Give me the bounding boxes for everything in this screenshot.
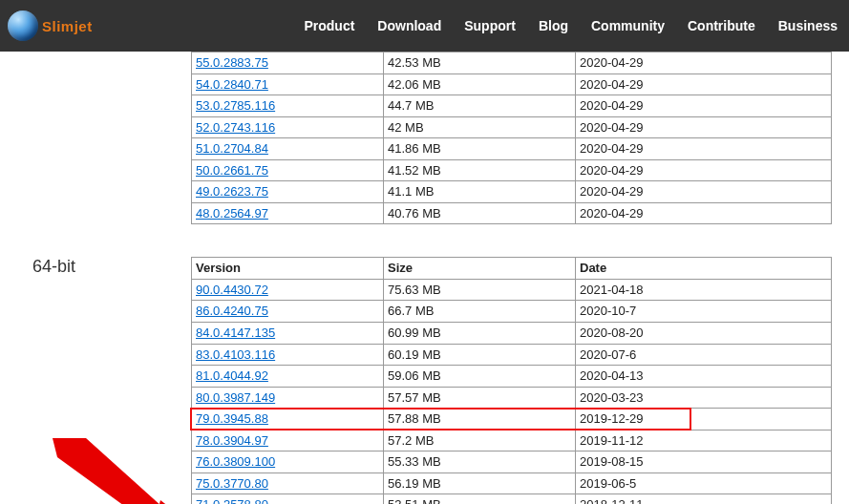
site-logo[interactable]: Slimjet bbox=[8, 10, 93, 41]
cell-size: 42.06 MB bbox=[384, 74, 576, 95]
cell-version: 78.0.3904.97 bbox=[192, 430, 384, 452]
nav-download[interactable]: Download bbox=[377, 18, 441, 33]
cell-date: 2019-08-15 bbox=[576, 452, 832, 473]
version-link[interactable]: 54.0.2840.71 bbox=[196, 77, 268, 92]
version-link[interactable]: 84.0.4147.135 bbox=[196, 326, 275, 340]
cell-version: 80.0.3987.149 bbox=[192, 387, 384, 409]
versions-table-64bit: Version Size Date 90.0.4430.7275.63 MB20… bbox=[191, 257, 832, 504]
col-header-size: Size bbox=[384, 258, 576, 280]
cell-size: 44.7 MB bbox=[384, 95, 576, 117]
col-header-date: Date bbox=[576, 258, 832, 280]
cell-size: 60.99 MB bbox=[384, 323, 576, 345]
version-link[interactable]: 83.0.4103.116 bbox=[196, 347, 275, 362]
version-link[interactable]: 55.0.2883.75 bbox=[196, 55, 268, 70]
cell-version: 49.0.2623.75 bbox=[192, 181, 384, 203]
cell-version: 50.0.2661.75 bbox=[192, 159, 384, 181]
cell-date: 2020-04-29 bbox=[576, 202, 832, 224]
version-link[interactable]: 71.0.3578.80 bbox=[196, 497, 268, 504]
nav-business[interactable]: Business bbox=[778, 18, 838, 33]
version-link[interactable]: 81.0.4044.92 bbox=[196, 368, 268, 383]
brand-name: Slimjet bbox=[42, 18, 93, 34]
cell-date: 2020-04-29 bbox=[576, 52, 832, 74]
version-link[interactable]: 78.0.3904.97 bbox=[196, 433, 268, 448]
nav-contribute[interactable]: Contribute bbox=[688, 18, 755, 33]
table-row: 50.0.2661.7541.52 MB2020-04-29 bbox=[192, 159, 832, 181]
table-row: 54.0.2840.7142.06 MB2020-04-29 bbox=[192, 74, 832, 95]
nav-community[interactable]: Community bbox=[591, 18, 665, 33]
version-link[interactable]: 86.0.4240.75 bbox=[196, 304, 268, 318]
cell-version: 53.0.2785.116 bbox=[192, 95, 384, 117]
cell-date: 2020-04-29 bbox=[576, 95, 832, 117]
version-link[interactable]: 52.0.2743.116 bbox=[196, 120, 275, 135]
cell-version: 55.0.2883.75 bbox=[192, 52, 384, 74]
version-link[interactable]: 79.0.3945.88 bbox=[196, 411, 268, 426]
cell-date: 2020-04-29 bbox=[576, 138, 832, 160]
table-row: 49.0.2623.7541.1 MB2020-04-29 bbox=[192, 181, 832, 203]
nav-product[interactable]: Product bbox=[304, 18, 354, 33]
table-row: 79.0.3945.8857.88 MB2019-12-29 bbox=[192, 409, 832, 430]
cell-date: 2020-03-23 bbox=[576, 387, 832, 409]
cell-version: 48.0.2564.97 bbox=[192, 202, 384, 224]
cell-version: 75.0.3770.80 bbox=[192, 472, 384, 494]
table-header-row: Version Size Date bbox=[192, 258, 832, 280]
cell-size: 41.86 MB bbox=[384, 138, 576, 160]
table-row: 90.0.4430.7275.63 MB2021-04-18 bbox=[192, 279, 832, 301]
table-row: 81.0.4044.9259.06 MB2020-04-13 bbox=[192, 366, 832, 388]
cell-version: 86.0.4240.75 bbox=[192, 301, 384, 323]
cell-size: 60.19 MB bbox=[384, 344, 576, 366]
table-row: 55.0.2883.7542.53 MB2020-04-29 bbox=[192, 52, 832, 74]
cell-version: 51.0.2704.84 bbox=[192, 138, 384, 160]
cell-version: 83.0.4103.116 bbox=[192, 344, 384, 366]
cell-size: 57.2 MB bbox=[384, 430, 576, 452]
svg-marker-0 bbox=[53, 438, 181, 504]
cell-size: 59.06 MB bbox=[384, 366, 576, 388]
version-link[interactable]: 90.0.4430.72 bbox=[196, 283, 268, 297]
table-row: 80.0.3987.14957.57 MB2020-03-23 bbox=[192, 387, 832, 409]
cell-date: 2020-04-29 bbox=[576, 159, 832, 181]
cell-version: 76.0.3809.100 bbox=[192, 452, 384, 473]
nav-blog[interactable]: Blog bbox=[539, 18, 568, 33]
cell-size: 57.57 MB bbox=[384, 387, 576, 409]
cell-size: 57.88 MB bbox=[384, 409, 576, 430]
version-link[interactable]: 53.0.2785.116 bbox=[196, 98, 275, 113]
table-row: 84.0.4147.13560.99 MB2020-08-20 bbox=[192, 323, 832, 345]
table-row: 75.0.3770.8056.19 MB2019-06-5 bbox=[192, 472, 832, 494]
table-row: 71.0.3578.8053.51 MB2018-12-11 bbox=[192, 494, 832, 504]
cell-size: 42.53 MB bbox=[384, 52, 576, 74]
cell-date: 2020-10-7 bbox=[576, 301, 832, 323]
cell-size: 56.19 MB bbox=[384, 472, 576, 494]
table-row: 78.0.3904.9757.2 MB2019-11-12 bbox=[192, 430, 832, 452]
cell-date: 2021-04-18 bbox=[576, 279, 832, 301]
version-link[interactable]: 48.0.2564.97 bbox=[196, 206, 268, 220]
table-row: 52.0.2743.11642 MB2020-04-29 bbox=[192, 116, 832, 138]
version-link[interactable]: 50.0.2661.75 bbox=[196, 163, 268, 178]
cell-date: 2020-07-6 bbox=[576, 344, 832, 366]
version-link[interactable]: 76.0.3809.100 bbox=[196, 454, 275, 469]
col-header-version: Version bbox=[192, 258, 384, 280]
cell-version: 71.0.3578.80 bbox=[192, 494, 384, 504]
cell-date: 2018-12-11 bbox=[576, 494, 832, 504]
cell-date: 2020-04-29 bbox=[576, 116, 832, 138]
nav-support[interactable]: Support bbox=[464, 18, 516, 33]
section-heading-64bit: 64-bit bbox=[0, 257, 191, 277]
annotation-arrow-icon bbox=[48, 433, 210, 504]
cell-date: 2020-08-20 bbox=[576, 323, 832, 345]
table-row: 48.0.2564.9740.76 MB2020-04-29 bbox=[192, 202, 832, 224]
version-link[interactable]: 80.0.3987.149 bbox=[196, 390, 275, 405]
cell-size: 53.51 MB bbox=[384, 494, 576, 504]
version-link[interactable]: 49.0.2623.75 bbox=[196, 184, 268, 199]
versions-table-32bit-tail: 55.0.2883.7542.53 MB2020-04-2954.0.2840.… bbox=[191, 52, 832, 224]
cell-version: 54.0.2840.71 bbox=[192, 74, 384, 95]
cell-version: 79.0.3945.88 bbox=[192, 409, 384, 430]
cell-date: 2019-11-12 bbox=[576, 430, 832, 452]
table-row: 83.0.4103.11660.19 MB2020-07-6 bbox=[192, 344, 832, 366]
table-row: 86.0.4240.7566.7 MB2020-10-7 bbox=[192, 301, 832, 323]
globe-icon bbox=[8, 10, 38, 41]
version-link[interactable]: 75.0.3770.80 bbox=[196, 476, 268, 491]
version-link[interactable]: 51.0.2704.84 bbox=[196, 141, 268, 156]
site-header: Slimjet Product Download Support Blog Co… bbox=[0, 0, 849, 52]
cell-date: 2020-04-29 bbox=[576, 181, 832, 203]
cell-date: 2020-04-29 bbox=[576, 74, 832, 95]
cell-version: 52.0.2743.116 bbox=[192, 116, 384, 138]
cell-size: 75.63 MB bbox=[384, 279, 576, 301]
